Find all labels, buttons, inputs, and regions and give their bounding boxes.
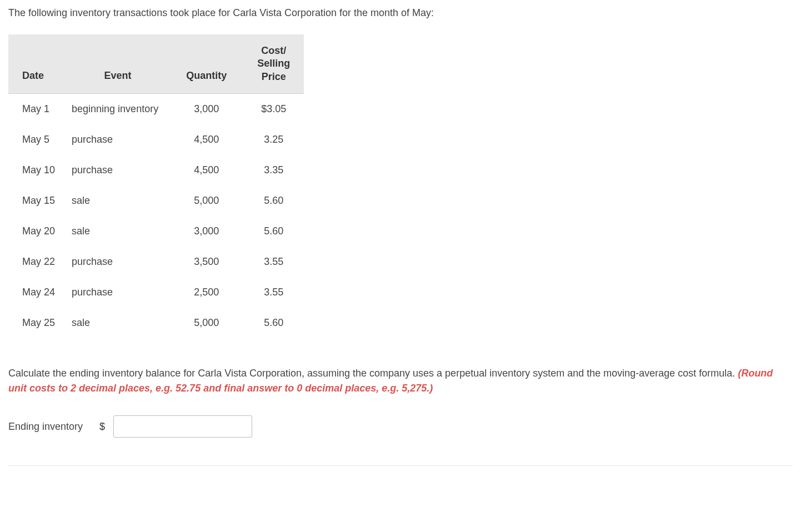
cell-price: 3.25 bbox=[243, 124, 304, 155]
table-row: May 25sale5,0005.60 bbox=[8, 308, 304, 338]
header-price-line1: Cost/ bbox=[261, 45, 286, 56]
question-intro: The following inventory transactions too… bbox=[8, 6, 793, 21]
header-price: Cost/ Selling Price bbox=[243, 34, 304, 94]
cell-price: 3.35 bbox=[243, 155, 304, 185]
cell-quantity: 3,000 bbox=[169, 94, 243, 125]
table-row: May 1beginning inventory3,000$3.05 bbox=[8, 94, 304, 125]
table-row: May 5purchase4,5003.25 bbox=[8, 124, 304, 155]
header-date: Date bbox=[8, 34, 66, 94]
answer-label: Ending inventory bbox=[8, 419, 83, 434]
instruction-main: Calculate the ending inventory balance f… bbox=[8, 368, 738, 379]
header-event: Event bbox=[66, 34, 169, 94]
cell-event: purchase bbox=[66, 155, 169, 185]
cell-event: beginning inventory bbox=[66, 94, 169, 125]
table-row: May 20sale3,0005.60 bbox=[8, 216, 304, 247]
cell-event: sale bbox=[66, 216, 169, 247]
cell-quantity: 4,500 bbox=[169, 155, 243, 185]
header-price-line3: Price bbox=[262, 71, 286, 82]
inventory-table: Date Event Quantity Cost/ Selling Price … bbox=[8, 34, 304, 338]
table-row: May 24purchase2,5003.55 bbox=[8, 277, 304, 308]
cell-event: sale bbox=[66, 308, 169, 338]
cell-quantity: 4,500 bbox=[169, 124, 243, 155]
cell-price: 5.60 bbox=[243, 308, 304, 338]
cell-price: 5.60 bbox=[243, 185, 304, 216]
cell-event: purchase bbox=[66, 247, 169, 277]
cell-price: 3.55 bbox=[243, 247, 304, 277]
cell-quantity: 3,500 bbox=[169, 247, 243, 277]
cell-quantity: 5,000 bbox=[169, 185, 243, 216]
cell-date: May 24 bbox=[8, 277, 66, 308]
answer-row: Ending inventory $ bbox=[8, 415, 793, 438]
table-row: May 22purchase3,5003.55 bbox=[8, 247, 304, 277]
table-body: May 1beginning inventory3,000$3.05May 5p… bbox=[8, 94, 304, 339]
currency-symbol: $ bbox=[99, 419, 105, 434]
cell-quantity: 5,000 bbox=[169, 308, 243, 338]
ending-inventory-input[interactable] bbox=[113, 415, 252, 438]
cell-date: May 25 bbox=[8, 308, 66, 338]
cell-price: $3.05 bbox=[243, 94, 304, 125]
table-row: May 10purchase4,5003.35 bbox=[8, 155, 304, 185]
cell-date: May 1 bbox=[8, 94, 66, 125]
cell-event: sale bbox=[66, 185, 169, 216]
cell-event: purchase bbox=[66, 277, 169, 308]
header-price-line2: Selling bbox=[257, 58, 290, 69]
instruction-paragraph: Calculate the ending inventory balance f… bbox=[8, 366, 793, 396]
cell-event: purchase bbox=[66, 124, 169, 155]
cell-price: 5.60 bbox=[243, 216, 304, 247]
header-quantity: Quantity bbox=[169, 34, 243, 94]
cell-price: 3.55 bbox=[243, 277, 304, 308]
cell-date: May 5 bbox=[8, 124, 66, 155]
cell-date: May 10 bbox=[8, 155, 66, 185]
divider bbox=[8, 465, 793, 466]
cell-quantity: 2,500 bbox=[169, 277, 243, 308]
table-header-row: Date Event Quantity Cost/ Selling Price bbox=[8, 34, 304, 94]
cell-date: May 20 bbox=[8, 216, 66, 247]
cell-date: May 22 bbox=[8, 247, 66, 277]
cell-date: May 15 bbox=[8, 185, 66, 216]
table-row: May 15sale5,0005.60 bbox=[8, 185, 304, 216]
cell-quantity: 3,000 bbox=[169, 216, 243, 247]
